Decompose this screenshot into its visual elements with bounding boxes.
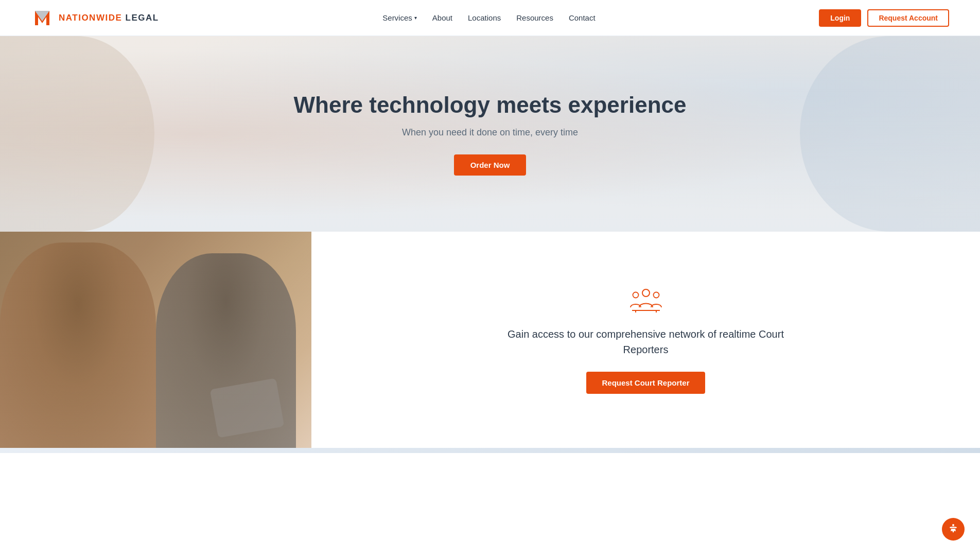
hero-person-right-decor (800, 36, 980, 232)
court-reporter-section: Gain access to our comprehensive network… (486, 286, 806, 394)
login-button[interactable]: Login (819, 9, 861, 27)
nav-locations[interactable]: Locations (468, 13, 501, 22)
accessibility-icon (947, 523, 959, 535)
logo-text: NATIONWIDE LEGAL (59, 13, 159, 23)
bottom-decorative-strip (0, 448, 980, 453)
order-now-button[interactable]: Order Now (454, 154, 527, 176)
main-nav: Services ▾ About Locations Resources Con… (382, 13, 595, 22)
nav-actions: Login Request Account (819, 9, 949, 27)
svg-point-4 (653, 292, 659, 298)
main-content: Gain access to our comprehensive network… (0, 232, 980, 448)
svg-point-2 (642, 289, 650, 297)
chevron-down-icon: ▾ (414, 15, 417, 21)
hero-content: Where technology meets experience When y… (294, 92, 687, 176)
request-court-reporter-button[interactable]: Request Court Reporter (586, 372, 705, 394)
header: NATIONWIDE LEGAL Services ▾ About Locati… (0, 0, 980, 36)
nav-about[interactable]: About (432, 13, 452, 22)
image-overlay (0, 232, 311, 448)
nav-contact[interactable]: Contact (569, 13, 596, 22)
logo[interactable]: NATIONWIDE LEGAL (31, 7, 159, 29)
svg-point-8 (952, 524, 954, 526)
nav-services[interactable]: Services ▾ (382, 13, 417, 22)
left-image-panel (0, 232, 311, 448)
logo-icon (31, 7, 54, 29)
hero-subtitle: When you need it done on time, every tim… (294, 127, 687, 138)
svg-point-3 (633, 292, 638, 298)
hero-title: Where technology meets experience (294, 92, 687, 118)
hero-person-left-decor (0, 36, 154, 232)
right-content-panel: Gain access to our comprehensive network… (311, 232, 980, 448)
hero-section: Where technology meets experience When y… (0, 36, 980, 232)
accessibility-button[interactable] (942, 518, 965, 541)
court-reporter-icon (486, 286, 806, 316)
nav-resources[interactable]: Resources (516, 13, 553, 22)
court-reporter-text: Gain access to our comprehensive network… (486, 326, 806, 357)
request-account-button[interactable]: Request Account (867, 9, 949, 27)
